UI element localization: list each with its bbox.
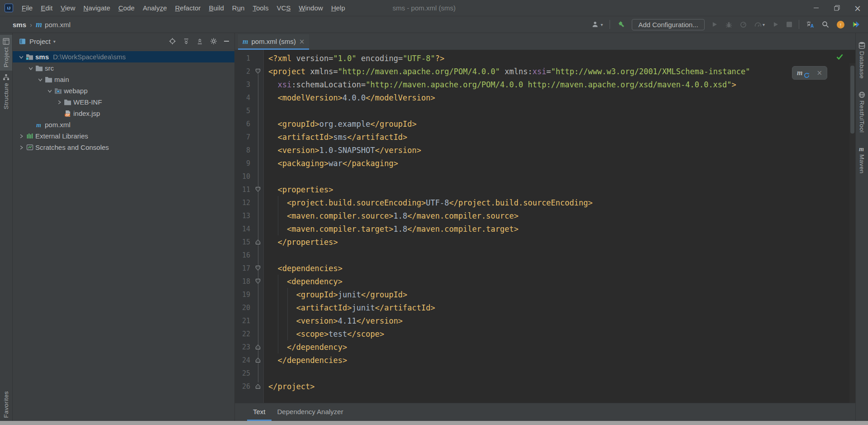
build-project-button[interactable] [616, 19, 626, 29]
plugin-button[interactable] [851, 20, 861, 29]
code-line-22[interactable]: 22 <scope>test</scope> [235, 327, 855, 340]
code-line-14[interactable]: 14 <maven.compiler.target>1.8</maven.com… [235, 222, 855, 235]
breadcrumb-file[interactable]: pom.xml [45, 21, 71, 29]
tree-chevron-down-icon[interactable] [36, 77, 44, 82]
tree-chevron-down-icon[interactable] [27, 66, 34, 71]
tree-item-scratches-and-consoles[interactable]: Scratches and Consoles [13, 142, 234, 153]
rerun-button-disabled[interactable] [772, 20, 780, 29]
fold-close-icon[interactable] [252, 239, 264, 245]
maximize-button[interactable] [826, 0, 847, 16]
close-button[interactable]: × [847, 0, 868, 16]
tree-chevron-down-icon[interactable] [46, 88, 53, 94]
hide-panel-button[interactable] [224, 41, 229, 42]
menu-help[interactable]: Help [327, 4, 349, 12]
tree-chevron-down-icon[interactable] [17, 54, 25, 60]
code-line-7[interactable]: 7 <artifactId>sms</artifactId> [235, 130, 855, 143]
menu-view[interactable]: View [57, 4, 79, 12]
fold-open-icon[interactable] [252, 265, 264, 271]
close-tab-icon[interactable]: × [299, 38, 305, 46]
code-line-2[interactable]: 2<project xmlns="http://maven.apache.org… [235, 65, 855, 78]
profiler-button-disabled[interactable] [739, 20, 748, 29]
run-button-disabled[interactable] [711, 20, 719, 29]
code-line-11[interactable]: 11 <properties> [235, 183, 855, 196]
menu-vcs[interactable]: VCS [272, 4, 295, 12]
inspections-ok-button[interactable] [836, 54, 843, 60]
tree-chevron-right-icon[interactable] [55, 100, 63, 105]
debug-button-disabled[interactable] [725, 20, 733, 29]
code-line-24[interactable]: 24 </dependencies> [235, 353, 855, 367]
maven-reload-popup[interactable]: m × [792, 66, 827, 80]
collapse-all-button[interactable] [196, 38, 203, 45]
code-line-18[interactable]: 18 <dependency> [235, 275, 855, 288]
search-everywhere-button[interactable] [821, 20, 830, 29]
tree-item-src[interactable]: src [13, 62, 234, 74]
code-with-me-users-button[interactable]: ▾ [591, 20, 604, 29]
locate-file-button[interactable] [169, 38, 176, 45]
code-line-20[interactable]: 20 <artifactId>junit</artifactId> [235, 301, 855, 314]
code-line-16[interactable]: 16 [235, 248, 855, 262]
tree-item-index-jsp[interactable]: JSPindex.jsp [13, 108, 234, 119]
fold-open-icon[interactable] [252, 278, 264, 284]
tree-item-sms[interactable]: smsD:\WorkSpace\idea\sms [13, 51, 234, 62]
tool-stripe-favorites[interactable]: Favorites [0, 388, 12, 421]
menu-code[interactable]: Code [114, 4, 139, 12]
fold-close-icon[interactable] [252, 344, 264, 350]
translate-button[interactable]: A [805, 20, 815, 29]
coverage-button-disabled[interactable]: ▾ [754, 20, 766, 29]
menu-navigate[interactable]: Navigate [79, 4, 114, 12]
code-line-17[interactable]: 17 <dependencies> [235, 262, 855, 275]
menu-window[interactable]: Window [295, 4, 327, 12]
code-line-19[interactable]: 19 <groupId>junit</groupId> [235, 288, 855, 301]
code-line-5[interactable]: 5 [235, 104, 855, 117]
code-line-21[interactable]: 21 <version>4.11</version> [235, 314, 855, 327]
tab-pom-xml[interactable]: m pom.xml (sms) × [238, 34, 309, 50]
code-editor[interactable]: 1<?xml version="1.0" encoding="UTF-8"?>2… [235, 50, 855, 403]
tree-chevron-right-icon[interactable] [17, 145, 25, 150]
menu-run[interactable]: Run [228, 4, 249, 12]
tool-stripe-restfultool[interactable]: RestfulTool [856, 88, 868, 136]
code-line-9[interactable]: 9 <packaging>war</packaging> [235, 157, 855, 170]
tool-stripe-database[interactable]: Database [856, 38, 868, 82]
menu-file[interactable]: File [18, 4, 37, 12]
code-line-8[interactable]: 8 <version>1.0-SNAPSHOT</version> [235, 143, 855, 157]
fold-open-icon[interactable] [252, 186, 264, 192]
menu-edit[interactable]: Edit [37, 4, 57, 12]
code-line-10[interactable]: 10 [235, 170, 855, 183]
code-line-25[interactable]: 25 [235, 367, 855, 380]
dismiss-icon[interactable]: × [816, 69, 822, 77]
bottom-tab-text[interactable]: Text [247, 403, 272, 421]
fold-close-icon[interactable] [252, 357, 264, 363]
tool-stripe-structure[interactable]: Structure [0, 71, 12, 112]
tree-item-main[interactable]: main [13, 74, 234, 85]
code-line-13[interactable]: 13 <maven.compiler.source>1.8</maven.com… [235, 209, 855, 222]
tree-item-external-libraries[interactable]: External Libraries [13, 130, 234, 142]
tree-item-webapp[interactable]: webapp [13, 85, 234, 96]
add-configuration-button[interactable]: Add Configuration... [632, 19, 705, 30]
code-line-26[interactable]: 26</project> [235, 380, 855, 393]
minimize-button[interactable] [806, 0, 826, 16]
bottom-tab-dependency-analyzer[interactable]: Dependency Analyzer [272, 403, 349, 421]
code-line-1[interactable]: 1<?xml version="1.0" encoding="UTF-8"?> [235, 52, 855, 65]
code-line-4[interactable]: 4 <modelVersion>4.0.0</modelVersion> [235, 91, 855, 104]
update-button[interactable]: ↑ [836, 20, 845, 29]
stop-button-disabled[interactable] [786, 21, 793, 28]
code-line-15[interactable]: 15 </properties> [235, 235, 855, 248]
menu-tools[interactable]: Tools [248, 4, 272, 12]
code-line-12[interactable]: 12 <project.build.sourceEncoding>UTF-8</… [235, 196, 855, 209]
expand-all-button[interactable] [183, 38, 190, 45]
code-line-6[interactable]: 6 <groupId>org.example</groupId> [235, 117, 855, 130]
vertical-scrollbar[interactable] [849, 63, 855, 403]
panel-title[interactable]: Project [29, 38, 51, 45]
fold-close-icon[interactable] [252, 383, 264, 389]
tree-item-pom-xml[interactable]: mpom.xml [13, 119, 234, 130]
tool-stripe-maven[interactable]: mMaven [856, 142, 868, 177]
menu-refactor[interactable]: Refactor [171, 4, 205, 12]
menu-analyze[interactable]: Analyze [138, 4, 171, 12]
fold-open-icon[interactable] [252, 68, 264, 74]
tree-chevron-right-icon[interactable] [17, 134, 25, 139]
tool-stripe-project[interactable]: Project [0, 35, 12, 71]
code-line-3[interactable]: 3 xsi:schemaLocation="http://maven.apach… [235, 78, 855, 91]
code-line-23[interactable]: 23 </dependency> [235, 340, 855, 353]
settings-button[interactable] [210, 38, 217, 45]
tree-item-web-inf[interactable]: WEB-INF [13, 96, 234, 108]
